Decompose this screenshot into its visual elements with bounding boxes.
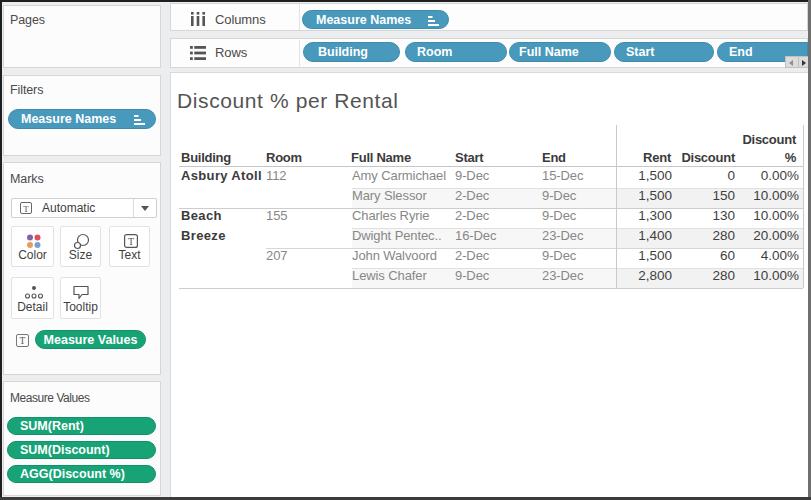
svg-text:T: T: [128, 236, 134, 247]
svg-text:T: T: [23, 204, 29, 214]
svg-text:T: T: [20, 336, 26, 346]
